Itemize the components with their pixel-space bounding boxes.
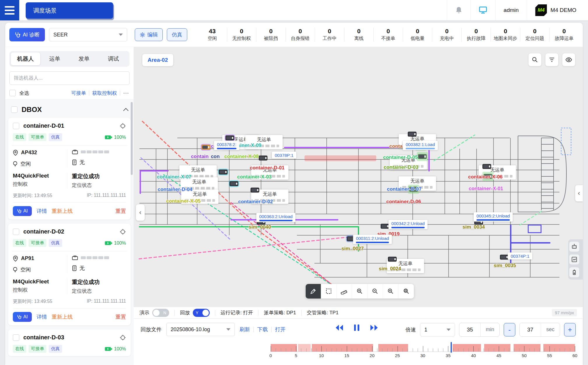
order-label[interactable]: 000382:1:Load — [403, 141, 438, 150]
locate-icon[interactable] — [120, 334, 126, 341]
robot-marker[interactable] — [225, 136, 234, 141]
order-label[interactable]: 000342:2:Unload — [388, 220, 428, 229]
acceptable-link[interactable]: 可接单 — [71, 90, 86, 96]
download-link[interactable]: 下载 — [257, 326, 268, 333]
order-text: 000311:2:Unload — [356, 236, 389, 241]
tab-1[interactable]: 运单 — [40, 52, 70, 65]
reset-link[interactable]: 重置 — [116, 208, 126, 215]
minute-input[interactable]: 35 — [459, 327, 480, 333]
robot-filter-input[interactable] — [9, 71, 130, 85]
tab-3[interactable]: 调试 — [99, 52, 128, 65]
group-checkbox[interactable] — [11, 106, 18, 113]
map-search-button[interactable] — [528, 53, 541, 66]
robot-marker[interactable] — [219, 170, 228, 175]
robot-marker[interactable] — [251, 188, 259, 193]
scene-tab[interactable]: 调度场景 — [26, 2, 113, 19]
pause-button[interactable] — [354, 324, 360, 331]
replay-file-select[interactable]: 20250806-10.log — [166, 323, 235, 336]
robot-checkbox[interactable] — [13, 123, 19, 129]
detail-link[interactable]: 详情 — [36, 208, 47, 215]
robot-marker[interactable] — [230, 181, 238, 186]
order-label[interactable]: 000311:2:Unload — [353, 235, 392, 244]
locate-icon[interactable] — [120, 229, 126, 235]
marquee-select-button[interactable] — [321, 284, 337, 299]
robot-checkbox[interactable] — [13, 334, 19, 341]
zoom-reset-button[interactable] — [383, 284, 398, 299]
get-control-link[interactable]: 获取控制权 — [92, 90, 117, 96]
robot-checkbox[interactable] — [13, 229, 19, 235]
timeline-segment — [543, 344, 575, 352]
ai-diagnosis-button[interactable]: AI 诊断 — [9, 28, 45, 41]
seconds-plus-button[interactable]: + — [564, 323, 576, 336]
order-text: 000345:2:Unload — [477, 213, 510, 218]
map-filter-button[interactable] — [545, 53, 558, 66]
collapse-icon[interactable] — [123, 108, 128, 113]
seconds-minus-button[interactable]: - — [504, 323, 515, 336]
robot-marker[interactable] — [388, 257, 397, 262]
order-label[interactable]: 000363:2:Unload — [256, 213, 295, 222]
timeline-track[interactable] — [271, 343, 575, 352]
locate-icon[interactable] — [120, 123, 126, 129]
map-area[interactable]: 无运单无运单无运单无运单无运单无运单无运单无运单无运单无运单无运单无运单cont… — [134, 47, 583, 307]
zoom-fit-button[interactable] — [398, 284, 414, 299]
timeline-cursor[interactable] — [451, 342, 452, 353]
order-label[interactable]: 000345:2:Unload — [474, 212, 513, 222]
simulation-button[interactable]: 仿真 — [167, 28, 187, 41]
robot-marker[interactable] — [418, 154, 427, 159]
replay-toggle[interactable]: Y — [193, 309, 210, 317]
robot-marker[interactable] — [381, 224, 389, 229]
timeline-segment — [298, 344, 311, 352]
refresh-link[interactable]: 刷新 — [239, 326, 250, 333]
reonline-link[interactable]: 重新上线 — [52, 313, 73, 320]
run-record-text[interactable]: 运行记录: 打开 — [220, 309, 253, 316]
open-link[interactable]: 打开 — [275, 326, 286, 333]
status-counter: 43空闲 — [198, 28, 227, 41]
area-selector[interactable]: Area-02 — [142, 54, 173, 66]
rail-battery-button[interactable] — [569, 267, 579, 277]
notification-button[interactable] — [447, 0, 470, 20]
robot-marker[interactable] — [500, 255, 509, 260]
select-all-checkbox[interactable] — [9, 90, 16, 96]
detail-link[interactable]: 详情 — [36, 313, 47, 320]
robot-marker[interactable] — [408, 132, 416, 137]
status-counter: 0无控制权 — [227, 28, 256, 41]
card-ai-button[interactable]: AI — [13, 206, 32, 216]
collapse-sidebar-button[interactable]: ‹ — [136, 204, 145, 221]
robot-tag: 在线 — [13, 133, 26, 141]
demo-label: 演示 — [139, 309, 149, 316]
robot-marker[interactable] — [202, 145, 210, 150]
order-label[interactable]: 000378:2: — [214, 141, 239, 150]
group-select[interactable]: SEER — [49, 28, 127, 41]
order-label[interactable]: 00378P:1 — [272, 152, 296, 159]
fast-forward-button[interactable] — [370, 324, 379, 331]
demo-toggle[interactable]: N — [152, 309, 169, 317]
draw-mode-button[interactable] — [306, 284, 321, 299]
robot-marker[interactable] — [482, 164, 491, 169]
user-menu[interactable]: admin — [495, 0, 527, 20]
rail-chart-button[interactable] — [569, 255, 579, 264]
tab-2[interactable]: 发单 — [69, 52, 99, 65]
map-visibility-button[interactable] — [562, 53, 575, 66]
card-ai-button[interactable]: AI — [13, 312, 32, 322]
edit-button[interactable]: 编辑 — [135, 28, 163, 41]
measure-button[interactable] — [337, 284, 352, 299]
rewind-button[interactable] — [335, 324, 344, 331]
robot-marker[interactable] — [259, 156, 267, 161]
menu-button[interactable] — [0, 0, 19, 20]
robot-tag: 仿真 — [49, 239, 62, 247]
collapse-rightpanel-button[interactable]: ‹ — [575, 185, 583, 201]
speed-select[interactable]: 1 — [420, 323, 455, 336]
more-actions-button[interactable]: ⋯ — [123, 90, 130, 96]
rail-robot-button[interactable] — [569, 242, 579, 252]
monitor-button[interactable] — [470, 0, 495, 20]
zoom-in-button[interactable] — [352, 284, 368, 299]
timeline[interactable]: 051015202530354045505560 — [271, 343, 575, 361]
second-input[interactable]: 37 — [520, 327, 541, 333]
tab-0[interactable]: 机器人 — [11, 52, 40, 65]
reonline-link[interactable]: 重新上线 — [52, 208, 73, 215]
reset-link[interactable]: 重置 — [116, 313, 126, 320]
status-counter: 0不接单 — [373, 28, 403, 41]
sidebar-scrollbar[interactable] — [131, 102, 133, 175]
order-label[interactable]: 00374P:1 — [508, 252, 532, 259]
zoom-out-button[interactable] — [368, 284, 383, 299]
